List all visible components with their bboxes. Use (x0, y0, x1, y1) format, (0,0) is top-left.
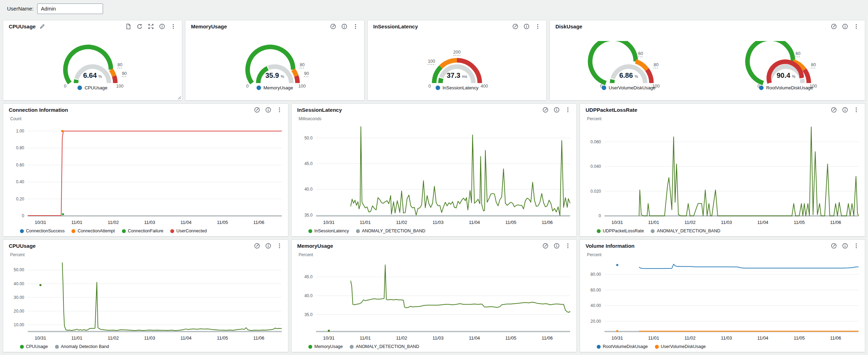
legend-item[interactable]: UDPPacketLossRate (597, 228, 644, 233)
widget-title: CPUUsage (9, 23, 36, 29)
compass-icon[interactable] (542, 107, 548, 113)
svg-text:11/06: 11/06 (830, 335, 841, 341)
legend-item[interactable]: ConnectionFailure (122, 228, 163, 233)
legend-item[interactable]: ANOMALY_DETECTION_BAND (356, 228, 425, 233)
svg-text:11/03: 11/03 (432, 220, 444, 225)
resize-handle-icon[interactable] (177, 95, 181, 100)
kebab-icon[interactable] (276, 243, 282, 249)
kebab-icon[interactable] (565, 243, 571, 249)
legend-item[interactable]: ConnectionSuccess (20, 228, 64, 233)
insessionlatency-line-chart[interactable]: 35.040.045.050.010/3111/0111/0211/0311/0… (292, 122, 576, 228)
udppacketlossrate-line-chart[interactable]: 00.0200.0400.06010/3111/0111/0211/0311/0… (580, 122, 865, 228)
legend-label: ConnectionFailure (128, 228, 163, 233)
legend-item[interactable]: ANOMALY_DETECTION_BAND (350, 344, 419, 349)
legend-label: ConnectionSuccess (26, 228, 64, 233)
refresh-icon[interactable] (137, 23, 143, 29)
legend-item[interactable]: ConnectionAttempt (71, 228, 115, 233)
expand-icon[interactable] (148, 23, 154, 29)
widget-udppacketlossrate-chart: UDPPacketLossRate Percent 00.0200.0400.0… (580, 103, 865, 237)
legend-dot (170, 229, 174, 233)
svg-text:0: 0 (599, 213, 601, 218)
widget-insessionlatency-chart: InSessionLatency Milliseconds 35.040.045… (291, 103, 577, 237)
legend-dot (77, 86, 82, 90)
info-icon[interactable] (842, 243, 848, 249)
volume-information-line-chart[interactable]: 20.0040.0060.0080.0010/3111/0111/0211/03… (580, 258, 865, 343)
connection-information-line-chart[interactable]: 00.200.400.600.801.0010/3111/0111/0211/0… (3, 122, 288, 228)
svg-text:20.00: 20.00 (14, 309, 24, 314)
kebab-icon[interactable] (353, 23, 358, 29)
compass-icon[interactable] (254, 107, 260, 113)
widget-title: MemoryUsage (191, 23, 227, 29)
info-icon[interactable] (842, 107, 848, 113)
svg-text:35.9%: 35.9% (265, 71, 284, 79)
svg-text:11/01: 11/01 (648, 335, 659, 341)
info-icon[interactable] (842, 23, 848, 29)
legend-item[interactable]: ANOMALY_DETECTION_BAND (651, 228, 720, 233)
compass-icon[interactable] (831, 23, 837, 29)
gauge-legend[interactable]: RootVolumeDiskUsage (759, 85, 813, 90)
file-icon[interactable] (125, 23, 131, 29)
svg-text:11/05: 11/05 (505, 335, 517, 341)
gauge-legend[interactable]: CPUUsage (77, 85, 107, 90)
svg-text:0: 0 (429, 84, 431, 89)
gauge-area: 060801006.86%UserVolumeDiskUsage06080100… (550, 31, 865, 100)
kebab-icon[interactable] (276, 107, 282, 113)
info-icon[interactable] (341, 23, 347, 29)
widget-title: DiskUsage (555, 23, 582, 29)
info-icon[interactable] (265, 107, 271, 113)
info-icon[interactable] (524, 23, 529, 29)
legend-item[interactable]: UserConnected (170, 228, 207, 233)
svg-text:100: 100 (299, 84, 306, 89)
compass-icon[interactable] (831, 107, 837, 113)
legend-item[interactable]: InSessionLatency (308, 228, 349, 233)
legend-item[interactable]: RootVolumeDiskUsage (597, 344, 648, 349)
gauge-legend[interactable]: UserVolumeDiskUsage (602, 85, 656, 90)
compass-icon[interactable] (542, 243, 548, 249)
svg-text:11/04: 11/04 (180, 335, 192, 341)
kebab-icon[interactable] (853, 107, 859, 113)
compass-icon[interactable] (512, 23, 518, 29)
legend-dot (597, 229, 601, 233)
kebab-icon[interactable] (565, 107, 571, 113)
kebab-icon[interactable] (170, 23, 176, 29)
info-icon[interactable] (265, 243, 271, 249)
widget-header-icons (542, 243, 571, 249)
compass-icon[interactable] (330, 23, 336, 29)
gauge-legend[interactable]: InSessionLatency (436, 85, 479, 90)
legend-item[interactable]: Anomaly Detection Band (55, 344, 109, 349)
info-icon[interactable] (554, 243, 560, 249)
cpuusage-line-chart[interactable]: 10.0020.0030.0040.0050.0010/3111/0111/02… (3, 258, 288, 343)
svg-text:40.00: 40.00 (590, 303, 601, 308)
edit-icon[interactable] (39, 23, 45, 29)
widget-volume-information-chart: Volume Information Percent 20.0040.0060.… (580, 239, 865, 352)
legend-item[interactable]: MemoryUsage (308, 344, 343, 349)
legend-dot (356, 229, 360, 233)
legend-dot (257, 86, 261, 90)
svg-text:11/02: 11/02 (684, 335, 696, 341)
info-icon[interactable] (554, 107, 560, 113)
svg-text:11/04: 11/04 (469, 335, 480, 341)
gauge-legend-label: CPUUsage (84, 85, 107, 90)
legend-dot (122, 229, 126, 233)
compass-icon[interactable] (254, 243, 260, 249)
gauge-legend[interactable]: MemoryUsage (257, 85, 293, 90)
username-input[interactable] (37, 4, 103, 14)
svg-text:60: 60 (638, 51, 643, 56)
kebab-icon[interactable] (853, 23, 859, 29)
compass-icon[interactable] (831, 243, 837, 249)
legend-label: UserVolumeDiskUsage (661, 344, 706, 349)
svg-text:11/04: 11/04 (757, 335, 768, 341)
legend-item[interactable]: UserVolumeDiskUsage (655, 344, 706, 349)
legend-dot (651, 229, 655, 233)
svg-text:11/02: 11/02 (108, 335, 119, 341)
memoryusage-line-chart[interactable]: 35.040.045.010/3111/0111/0211/0311/0411/… (292, 258, 576, 343)
widget-title: CPUUsage (9, 243, 36, 249)
svg-text:100: 100 (116, 84, 124, 89)
kebab-icon[interactable] (853, 243, 859, 249)
kebab-icon[interactable] (535, 23, 541, 29)
info-icon[interactable] (159, 23, 165, 29)
legend-label: Anomaly Detection Band (61, 344, 109, 349)
svg-text:11/01: 11/01 (360, 220, 371, 225)
chart-legend: InSessionLatencyANOMALY_DETECTION_BAND (292, 228, 576, 236)
legend-item[interactable]: CPUUsage (20, 344, 48, 349)
